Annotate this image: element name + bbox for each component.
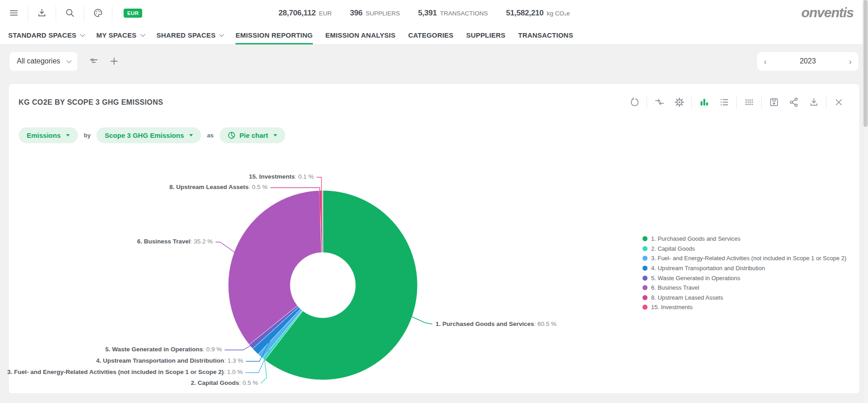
- tab-standard-spaces[interactable]: STANDARD SPACES: [8, 26, 84, 44]
- stat-unit: SUPPLIERS: [365, 10, 400, 17]
- legend-label: 2. Capital Goods: [651, 245, 695, 252]
- menu-icon: [9, 8, 19, 18]
- year-selector: ‹ 2023 ›: [757, 52, 858, 71]
- legend-item[interactable]: 6. Business Travel: [643, 283, 846, 293]
- page-scrollbar[interactable]: [863, 0, 868, 403]
- tab-suppliers[interactable]: SUPPLIERS: [466, 26, 505, 44]
- legend-dot: [643, 295, 647, 300]
- legend-dot: [643, 285, 647, 290]
- chevron-left-icon[interactable]: ‹: [764, 57, 767, 66]
- tab-categories[interactable]: CATEGORIES: [408, 26, 453, 44]
- header-stats: 28,706,112EUR396SUPPLIERS5,391TRANSACTIO…: [278, 0, 570, 26]
- legend-dot: [643, 246, 647, 251]
- stat-value: 396: [350, 9, 363, 18]
- search-icon: [65, 8, 75, 18]
- currency-badge[interactable]: EUR: [124, 9, 142, 18]
- add-filter-button[interactable]: [110, 57, 118, 65]
- download-icon: [37, 8, 47, 18]
- legend-item[interactable]: 3. Fuel- and Energy-Related Activities (…: [643, 253, 846, 263]
- tab-label: MY SPACES: [96, 31, 137, 39]
- leader-line: [216, 242, 235, 252]
- slice-label-name: 5. Waste Generated in Operations: [105, 346, 203, 353]
- legend-dot: [643, 266, 647, 271]
- legend-item[interactable]: 15. Investments: [643, 302, 846, 312]
- slice-label-name: 4. Upstream Transportation and Distribut…: [96, 357, 224, 364]
- stat: 28,706,112EUR: [278, 9, 332, 18]
- category-dropdown[interactable]: All categories: [10, 52, 77, 71]
- legend-label: 4. Upstream Transportation and Distribut…: [651, 265, 765, 272]
- legend-item[interactable]: 4. Upstream Transportation and Distribut…: [643, 263, 846, 273]
- category-dropdown-label: All categories: [17, 57, 60, 65]
- download-button[interactable]: [28, 5, 56, 21]
- stat-value: 28,706,112: [278, 9, 316, 18]
- header-icon-group: EUR: [0, 0, 142, 26]
- tab-label: EMISSION REPORTING: [235, 31, 312, 39]
- slice-label-value: : 60.5 %: [534, 320, 557, 327]
- tab-emission-analysis[interactable]: EMISSION ANALYSIS: [326, 26, 396, 44]
- filter-button[interactable]: [89, 57, 98, 66]
- search-button[interactable]: [56, 5, 84, 21]
- tab-label: CATEGORIES: [408, 31, 453, 39]
- tab-label: SUPPLIERS: [466, 31, 505, 39]
- stat: 396SUPPLIERS: [350, 9, 400, 18]
- chart-legend: 1. Purchased Goods and Services2. Capita…: [643, 234, 846, 312]
- slice-label: 4. Upstream Transportation and Distribut…: [96, 357, 243, 364]
- filter-bar: All categories ‹ 2023 ›: [0, 45, 868, 77]
- tab-transactions[interactable]: TRANSACTIONS: [518, 26, 573, 44]
- tab-label: SHARED SPACES: [157, 31, 216, 39]
- slice-label: 5. Waste Generated in Operations: 0.9 %: [105, 346, 222, 353]
- slice-label-value: : 0.1 %: [295, 173, 314, 180]
- palette-icon: [93, 8, 103, 18]
- leader-line: [261, 358, 267, 384]
- legend-label: 8. Upstream Leased Assets: [651, 294, 723, 301]
- legend-item[interactable]: 2. Capital Goods: [643, 244, 846, 254]
- legend-dot: [643, 305, 647, 310]
- main-nav: STANDARD SPACESMY SPACESSHARED SPACESEMI…: [0, 26, 868, 45]
- slice-label-name: 15. Investments: [249, 173, 295, 180]
- slice-label-name: 2. Capital Goods: [191, 379, 239, 386]
- slice-label-name: 8. Upstream Leased Assets: [169, 184, 249, 190]
- legend-dot: [643, 276, 647, 281]
- legend-label: 5. Waste Generated in Operations: [651, 275, 740, 282]
- palette-button[interactable]: [84, 5, 112, 21]
- slice-label: 2. Capital Goods: 0.5 %: [191, 379, 258, 386]
- legend-item[interactable]: 8. Upstream Leased Assets: [643, 293, 846, 303]
- report-card: KG CO2E BY SCOPE 3 GHG EMISSIONS Emissio…: [8, 83, 860, 394]
- stat: 5,391TRANSACTIONS: [418, 9, 488, 18]
- legend-dot: [643, 236, 647, 241]
- slice-label: 1. Purchased Goods and Services: 60.5 %: [436, 320, 556, 327]
- tab-emission-reporting[interactable]: EMISSION REPORTING: [235, 26, 312, 44]
- legend-item[interactable]: 5. Waste Generated in Operations: [643, 273, 846, 283]
- slice-label-value: : 0.5 %: [239, 379, 258, 386]
- legend-item[interactable]: 1. Purchased Goods and Services: [643, 234, 846, 244]
- chevron-down-icon: [219, 32, 224, 37]
- scrollbar-thumb[interactable]: [863, 0, 868, 127]
- chevron-right-icon[interactable]: ›: [849, 57, 852, 66]
- legend-label: 1. Purchased Goods and Services: [651, 235, 740, 242]
- tab-label: EMISSION ANALYSIS: [326, 31, 396, 39]
- legend-label: 3. Fuel- and Energy-Related Activities (…: [651, 255, 846, 262]
- stat-unit: kg CO₂e: [547, 10, 570, 17]
- menu-button[interactable]: [0, 5, 28, 21]
- slice-label-value: : 0.5 %: [249, 184, 268, 190]
- leader-line: [225, 345, 251, 350]
- stat-value: 5,391: [418, 9, 437, 18]
- leader-line: [411, 316, 432, 324]
- chevron-down-icon: [67, 58, 72, 63]
- slice-label-name: 6. Business Travel: [137, 238, 191, 245]
- tab-my-spaces[interactable]: MY SPACES: [96, 26, 144, 44]
- tab-shared-spaces[interactable]: SHARED SPACES: [157, 26, 223, 44]
- slice-label: 3. Fuel- and Energy-Related Activities (…: [7, 369, 243, 375]
- stat: 51,582,210kg CO₂e: [506, 9, 570, 18]
- slice-label: 8. Upstream Leased Assets: 0.5 %: [169, 184, 268, 190]
- year-value: 2023: [800, 57, 816, 65]
- chevron-down-icon: [80, 32, 85, 37]
- slice-label: 6. Business Travel: 35.2 %: [137, 238, 213, 245]
- slice-label-value: : 0.9 %: [203, 346, 222, 353]
- chevron-down-icon: [140, 32, 145, 37]
- top-header: EUR 28,706,112EUR396SUPPLIERS5,391TRANSA…: [0, 0, 868, 26]
- slice-label-value: : 1.3 %: [224, 357, 243, 364]
- stat-unit: EUR: [319, 10, 332, 17]
- legend-label: 15. Investments: [651, 304, 693, 311]
- slice-label-value: : 1.0 %: [224, 369, 243, 375]
